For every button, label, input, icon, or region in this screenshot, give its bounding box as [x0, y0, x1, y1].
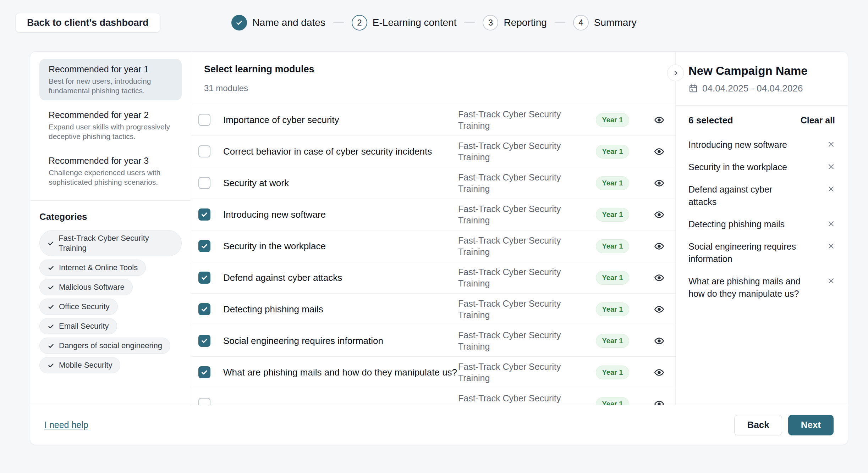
category-chip[interactable]: Fast-Track Cyber Security Training [39, 230, 182, 256]
clear-all-button[interactable]: Clear all [801, 115, 835, 126]
module-checkbox[interactable] [198, 366, 210, 378]
back-button[interactable]: Back [734, 415, 782, 435]
checkbox-check-icon [200, 305, 208, 313]
modules-header: Select learning modules 31 modules [191, 52, 675, 104]
category-chip[interactable]: Office Security [39, 299, 118, 315]
chip-check-icon [48, 343, 54, 349]
module-checkbox[interactable] [198, 114, 210, 126]
preview-module-button[interactable] [654, 115, 665, 126]
next-button[interactable]: Next [788, 415, 834, 435]
category-chip[interactable]: Dangers of social engineering [39, 338, 170, 354]
preview-module-button[interactable] [654, 399, 665, 405]
selected-count: 6 selected [688, 115, 733, 126]
preview-module-button[interactable] [654, 335, 665, 346]
recommendation-description: Challenge experienced users with sophist… [49, 168, 172, 187]
year-badge: Year 1 [596, 145, 630, 158]
module-category: Fast-Track Cyber Security Training [458, 235, 568, 257]
module-category: Fast-Track Cyber Security Training [458, 298, 568, 321]
year-badge: Year 1 [596, 366, 630, 379]
selected-item-label: Detecting phishing mails [688, 218, 802, 230]
category-chip[interactable]: Mobile Security [39, 357, 120, 373]
recommendation-item[interactable]: Recommended for year 3 Challenge experie… [39, 150, 182, 192]
step-number: 3 [488, 18, 493, 28]
module-row: Importance of cyber security Fast-Track … [191, 104, 675, 136]
wizard-step[interactable]: 4 Summary [547, 15, 637, 30]
categories-section: Categories Fast-Track Cyber Security Tra… [30, 201, 191, 384]
close-icon [827, 185, 835, 193]
sidebar: Recommended for year 1 Best for new user… [30, 52, 191, 405]
preview-module-button[interactable] [654, 304, 665, 315]
category-chip[interactable]: Email Security [39, 318, 117, 334]
year-badge: Year 1 [596, 334, 630, 348]
preview-module-button[interactable] [654, 272, 665, 283]
eye-icon [654, 304, 665, 315]
chip-check-icon [48, 304, 54, 310]
year-badge: Year 1 [596, 239, 630, 253]
wizard-step[interactable]: 2 E-Learning content [325, 15, 457, 30]
remove-item-button[interactable] [827, 140, 835, 148]
remove-item-button[interactable] [827, 220, 835, 228]
close-icon [827, 140, 835, 148]
module-row: Social engineering requires information … [191, 325, 675, 357]
campaign-date-range: 04.04.2025 - 04.04.2026 [702, 83, 803, 94]
module-row: Detecting phishing mails Fast-Track Cybe… [191, 294, 675, 325]
selected-item-label: Social engineering requires information [688, 240, 802, 265]
module-category: Fast-Track Cyber Security Training [458, 203, 568, 226]
selected-item: Introducing new software [688, 134, 835, 156]
module-row: Introducing new software Fast-Track Cybe… [191, 199, 675, 230]
checkbox-check-icon [200, 337, 208, 345]
recommendation-title: Recommended for year 3 [49, 155, 172, 166]
help-link[interactable]: I need help [44, 420, 88, 430]
module-checkbox[interactable] [198, 145, 210, 157]
module-checkbox[interactable] [198, 272, 210, 284]
module-checkbox[interactable] [198, 240, 210, 252]
recommendation-item[interactable]: Recommended for year 2 Expand user skill… [39, 105, 182, 146]
modules-count: 31 modules [204, 83, 665, 104]
step-label: Reporting [504, 17, 546, 28]
card-body: Recommended for year 1 Best for new user… [30, 52, 848, 405]
preview-module-button[interactable] [654, 241, 665, 252]
selected-item: What are phishing mails and how do they … [688, 270, 835, 305]
preview-module-button[interactable] [654, 146, 665, 157]
module-checkbox[interactable] [198, 303, 210, 315]
chip-check-icon [48, 284, 54, 291]
close-icon [827, 242, 835, 250]
checkbox-check-icon [200, 274, 208, 282]
recommendation-description: Expand user skills with progressively de… [49, 122, 172, 141]
preview-module-button[interactable] [654, 178, 665, 189]
remove-item-button[interactable] [827, 163, 835, 171]
module-category: Fast-Track Cyber Security Training [458, 140, 568, 163]
preview-module-button[interactable] [654, 209, 665, 220]
eye-icon [654, 115, 665, 126]
category-chip-label: Fast-Track Cyber Security Training [59, 233, 174, 253]
wizard-step[interactable]: 1 Name and dates [231, 15, 325, 30]
selected-item: Security in the workplace [688, 156, 835, 178]
chip-check-icon [48, 240, 54, 247]
wizard-step[interactable]: 3 Reporting [456, 15, 546, 30]
remove-item-button[interactable] [827, 185, 835, 193]
step-circle: 1 [231, 15, 247, 30]
module-checkbox[interactable] [198, 398, 210, 405]
year-badge: Year 1 [596, 176, 630, 190]
remove-item-button[interactable] [827, 277, 835, 285]
remove-item-button[interactable] [827, 242, 835, 250]
module-checkbox[interactable] [198, 335, 210, 347]
year-badge: Year 1 [596, 208, 630, 222]
module-row: Defend against cyber attacks Fast-Track … [191, 262, 675, 294]
category-chip[interactable]: Internet & Online Tools [39, 260, 146, 276]
summary-header: New Campaign Name 04.04.2025 - 04.04.202… [676, 52, 848, 106]
campaign-name: New Campaign Name [688, 64, 835, 78]
collapse-panel-button[interactable] [667, 65, 684, 81]
chip-check-icon [48, 323, 54, 330]
campaign-date-row: 04.04.2025 - 04.04.2026 [688, 83, 835, 94]
badge-wrap: Year 1 [582, 366, 643, 379]
year-badge: Year 1 [596, 397, 630, 405]
step-label: E-Learning content [373, 17, 457, 28]
badge-wrap: Year 1 [582, 334, 643, 348]
recommendation-item[interactable]: Recommended for year 1 Best for new user… [39, 59, 182, 100]
category-chip[interactable]: Malicious Software [39, 279, 133, 295]
module-checkbox[interactable] [198, 177, 210, 189]
module-checkbox[interactable] [198, 208, 210, 221]
preview-module-button[interactable] [654, 367, 665, 378]
module-title: Introducing new software [223, 209, 458, 221]
